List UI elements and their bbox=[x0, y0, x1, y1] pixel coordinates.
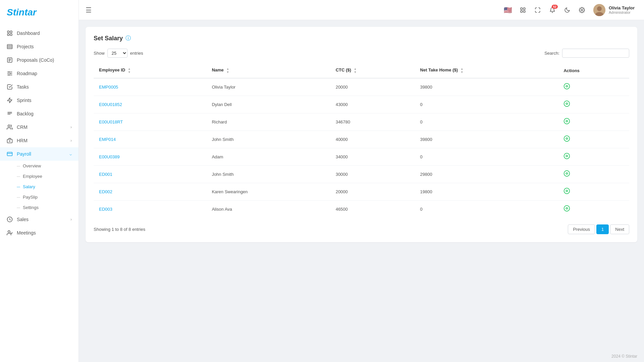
info-icon[interactable]: ⓘ bbox=[126, 35, 131, 42]
sidebar-item-payslip[interactable]: PaySlip bbox=[17, 192, 79, 202]
svg-rect-19 bbox=[523, 8, 525, 9]
emp-id-link-3[interactable]: EMP014 bbox=[99, 137, 116, 142]
cell-emp-id-1: E00U01852 bbox=[94, 96, 206, 113]
sidebar-item-settings[interactable]: Settings bbox=[17, 202, 79, 213]
expand-button[interactable] bbox=[532, 4, 544, 16]
svg-point-31 bbox=[566, 120, 568, 122]
cell-net-5: 29800 bbox=[415, 166, 558, 183]
emp-id-link-2[interactable]: E00U018RT bbox=[99, 119, 123, 124]
search-input[interactable] bbox=[562, 49, 629, 58]
view-action-5[interactable] bbox=[563, 171, 570, 178]
sidebar-item-backlog[interactable]: Backlog bbox=[0, 107, 79, 120]
emp-id-link-1[interactable]: E00U01852 bbox=[99, 102, 122, 107]
sidebar-item-hrm[interactable]: HRM › bbox=[0, 134, 79, 147]
table-controls: Show 25 10 50 100 entries Search: bbox=[94, 49, 629, 58]
sales-icon bbox=[7, 216, 13, 222]
svg-text:Stintar: Stintar bbox=[7, 7, 37, 17]
footer-text: 2024 © Stintar bbox=[611, 354, 637, 359]
proposals-icon bbox=[7, 57, 13, 63]
cell-emp-id-5: ED001 bbox=[94, 166, 206, 183]
entries-select[interactable]: 25 10 50 100 bbox=[107, 49, 128, 58]
user-profile[interactable]: Olivia Taylor Administrator bbox=[591, 3, 637, 17]
cell-ctc-5: 30000 bbox=[330, 166, 415, 183]
view-action-0[interactable] bbox=[563, 84, 570, 91]
emp-id-link-4[interactable]: E00U0389 bbox=[99, 154, 119, 159]
table-footer: Showing 1 to 8 of 8 entries Previous 1 N… bbox=[94, 224, 629, 234]
previous-button[interactable]: Previous bbox=[568, 224, 595, 234]
sidebar-item-proposals[interactable]: Proposals (CoCo) bbox=[0, 53, 79, 67]
user-name: Olivia Taylor bbox=[609, 5, 635, 10]
notifications-button[interactable]: 52 bbox=[546, 4, 558, 16]
svg-point-32 bbox=[564, 136, 570, 142]
sidebar-item-projects-label: Projects bbox=[17, 44, 34, 49]
notification-count: 52 bbox=[552, 5, 558, 9]
cell-ctc-7: 46500 bbox=[330, 201, 415, 218]
view-action-4[interactable] bbox=[563, 154, 570, 161]
view-action-2[interactable] bbox=[563, 119, 570, 126]
language-selector[interactable]: 🇺🇸 bbox=[502, 4, 514, 16]
grid-menu-button[interactable] bbox=[517, 4, 529, 16]
dark-mode-toggle[interactable] bbox=[561, 4, 573, 16]
menu-toggle-button[interactable]: ☰ bbox=[86, 6, 92, 14]
emp-id-link-7[interactable]: ED003 bbox=[99, 207, 112, 212]
sidebar-item-dashboard[interactable]: Dashboard bbox=[0, 27, 79, 40]
col-emp-id[interactable]: Employee ID ▲▼ bbox=[94, 63, 206, 78]
sidebar-item-salary[interactable]: Salary bbox=[17, 182, 79, 192]
overview-label: Overview bbox=[23, 163, 41, 168]
sidebar-item-crm[interactable]: CRM › bbox=[0, 120, 79, 134]
hrm-chevron-icon: › bbox=[70, 138, 72, 143]
cell-emp-id-6: ED002 bbox=[94, 183, 206, 201]
emp-id-link-6[interactable]: ED002 bbox=[99, 189, 112, 194]
settings-button[interactable] bbox=[576, 4, 588, 16]
cell-actions-4 bbox=[558, 148, 629, 166]
view-action-1[interactable] bbox=[563, 102, 570, 108]
cell-emp-id-7: ED003 bbox=[94, 201, 206, 218]
sidebar-item-employee[interactable]: Employee bbox=[17, 171, 79, 182]
projects-icon bbox=[7, 44, 13, 50]
svg-point-40 bbox=[564, 206, 570, 211]
table-row: ED002 Karen Swearingen 20000 19800 bbox=[94, 183, 629, 201]
crm-icon bbox=[7, 124, 13, 130]
svg-point-35 bbox=[566, 155, 568, 157]
sidebar-item-payroll[interactable]: Payroll ⌵ bbox=[0, 147, 79, 161]
payroll-chevron-icon: ⌵ bbox=[69, 152, 72, 156]
sidebar-item-roadmap[interactable]: Roadmap bbox=[0, 67, 79, 80]
logo[interactable]: Stintar bbox=[0, 0, 79, 27]
cell-net-2: 0 bbox=[415, 113, 558, 131]
sidebar-item-sales[interactable]: Sales › bbox=[0, 213, 79, 226]
col-name[interactable]: Name ▲▼ bbox=[206, 63, 330, 78]
sidebar-item-roadmap-label: Roadmap bbox=[17, 71, 37, 76]
svg-point-38 bbox=[564, 188, 570, 194]
svg-point-9 bbox=[8, 74, 9, 75]
view-action-6[interactable] bbox=[563, 189, 570, 196]
emp-id-link-0[interactable]: EMP0005 bbox=[99, 85, 118, 90]
cell-name-3: John Smith bbox=[206, 131, 330, 148]
sidebar-item-meetings[interactable]: Meetings bbox=[0, 226, 79, 240]
table-body: EMP0005 Olivia Taylor 20000 39800 E00U01… bbox=[94, 78, 629, 218]
svg-point-29 bbox=[566, 103, 568, 105]
col-net-take-home[interactable]: Net Take Home ($) ▲▼ bbox=[415, 63, 558, 78]
emp-id-link-5[interactable]: ED001 bbox=[99, 172, 112, 177]
page-1-button[interactable]: 1 bbox=[596, 224, 609, 234]
dashboard-icon bbox=[7, 30, 13, 36]
sidebar-item-tasks[interactable]: Tasks bbox=[0, 80, 79, 94]
svg-point-24 bbox=[597, 6, 602, 11]
next-button[interactable]: Next bbox=[610, 224, 629, 234]
svg-point-8 bbox=[10, 73, 11, 74]
sidebar-item-overview[interactable]: Overview bbox=[17, 161, 79, 171]
svg-rect-14 bbox=[7, 152, 12, 156]
svg-point-34 bbox=[564, 153, 570, 159]
user-info: Olivia Taylor Administrator bbox=[609, 5, 635, 14]
expand-icon bbox=[535, 7, 541, 13]
view-action-7[interactable] bbox=[563, 206, 570, 213]
col-net-take-home-label: Net Take Home ($) bbox=[420, 67, 458, 72]
svg-rect-1 bbox=[7, 31, 9, 33]
sidebar-item-sprints[interactable]: Sprints bbox=[0, 94, 79, 107]
header-icons: 🇺🇸 52 bbox=[502, 3, 637, 17]
view-action-3[interactable] bbox=[563, 137, 570, 143]
svg-point-39 bbox=[566, 190, 568, 192]
sidebar-item-projects[interactable]: Projects bbox=[0, 40, 79, 53]
svg-rect-18 bbox=[521, 8, 522, 9]
col-ctc[interactable]: CTC ($) ▲▼ bbox=[330, 63, 415, 78]
cell-actions-5 bbox=[558, 166, 629, 183]
